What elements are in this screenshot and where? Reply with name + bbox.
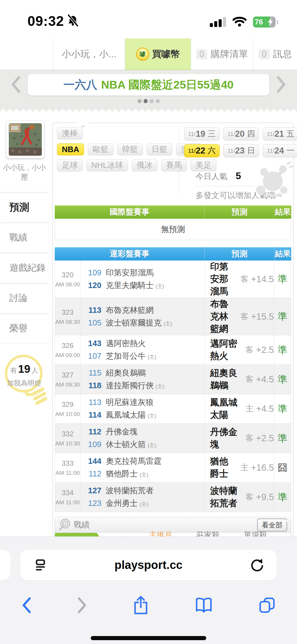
home-score: 105 — [86, 318, 101, 327]
nav-message-tab[interactable]: 0 訊息 — [253, 39, 297, 70]
prediction-cell: 丹佛金塊客+2.5 — [204, 424, 274, 453]
sport-tab-賽馬[interactable]: 賽馬 — [161, 159, 187, 171]
previous-tab-peek[interactable] — [0, 550, 10, 580]
game-row[interactable]: 334AM 11:00127波特蘭拓荒者123金州勇士(主)波特蘭拓荒者客+9.… — [55, 483, 291, 512]
home-line: 107芝加哥公牛(主) — [86, 351, 204, 362]
sport-tab-日籃[interactable]: 日籃 — [147, 143, 172, 155]
date-tab-11/22[interactable]: 11/22六 — [184, 144, 220, 157]
banner-author: 一六八 — [64, 77, 97, 92]
pick-side: 客 — [246, 492, 254, 503]
sport-tab-NBA[interactable]: NBA — [57, 143, 84, 155]
prediction-cell: 印第安那溜馬客+14.5 — [204, 261, 274, 298]
date-number: 21 — [274, 129, 284, 139]
sport-tab-韓籃[interactable]: 韓籃 — [117, 143, 143, 155]
away-line: 143邁阿密熱火 — [86, 338, 204, 349]
away-score: 113 — [86, 398, 101, 407]
carousel-next-icon[interactable] — [276, 75, 287, 95]
avatar[interactable] — [6, 120, 45, 158]
date-weekday: 三 — [208, 128, 216, 139]
sidebar-item-榮譽[interactable]: 榮譽 — [0, 313, 49, 343]
carousel-dots[interactable] — [0, 99, 297, 103]
game-row[interactable]: 323AM 08:30113布魯克林籃網105波士頓塞爾提克(主)布魯克林籃網客… — [55, 298, 291, 335]
sport-tab-美足[interactable]: 美足 — [191, 159, 216, 171]
popularity-widget: 今日人氣 5 多發文可以增加人氣哦～ — [196, 170, 290, 201]
pick-team: 波特蘭拓荒者 — [210, 485, 242, 509]
carousel-dot-4[interactable] — [156, 99, 160, 103]
date-tab-11/21[interactable]: 11/21五 — [263, 127, 297, 141]
game-row[interactable]: 326AM 09:00143邁阿密熱火107芝加哥公牛(主)邁阿密熱火客+2.5… — [55, 335, 291, 365]
promo-carousel: 一六八 NBA 國際盤近25日55過40 — [0, 71, 297, 112]
lottery-table-header: 運彩盤賽事 預測 結果 — [55, 247, 291, 261]
promo-banner[interactable]: 一六八 NBA 國際盤近25日55過40 — [28, 74, 270, 96]
reload-icon[interactable] — [250, 558, 265, 574]
home-score: 114 — [86, 410, 101, 420]
home-team: 鳳凰城太陽 — [106, 410, 146, 421]
pick-line: +9.5 — [256, 492, 274, 502]
game-row[interactable]: 327AM 09:30115紐奧良鵜鶘118達拉斯獨行俠(主)紐奧良鵜鶘客+4.… — [55, 365, 291, 394]
intl-table-header: 國際盤賽事 預測 結果 — [55, 205, 291, 219]
game-meta: 334AM 11:00 — [55, 483, 81, 512]
beacon-widget[interactable]: 有19人 加我為明燈 — [0, 351, 48, 409]
date-prefix: 11/ — [227, 147, 235, 154]
carousel-dot-1[interactable] — [138, 99, 142, 103]
home-marker: (主) — [156, 283, 164, 290]
home-line: 118達拉斯獨行俠(主) — [86, 380, 204, 391]
sidebar-item-遊戲紀錄[interactable]: 遊戲紀錄 — [0, 253, 49, 283]
date-tab-11/19[interactable]: 11/19三 — [184, 127, 220, 141]
game-meta: 332AM 10:30 — [55, 424, 81, 453]
home-line: 112猶他爵士(主) — [86, 468, 204, 479]
game-time: AM 08:00 — [55, 281, 80, 288]
home-score: 107 — [86, 352, 101, 361]
forward-icon[interactable] — [77, 597, 87, 615]
carousel-prev-icon[interactable] — [10, 75, 21, 95]
sport-tab-歐籃[interactable]: 歐籃 — [88, 143, 114, 155]
sport-tab-足球[interactable]: 足球 — [57, 159, 83, 171]
result-cell: 準 — [274, 335, 291, 365]
result-cell: 囧 — [274, 453, 291, 482]
sport-tab-澳棒[interactable]: 澳棒 — [57, 127, 83, 139]
home-team: 芝加哥公牛 — [106, 351, 146, 362]
pick-side: 主 — [246, 403, 254, 414]
game-meta: 327AM 09:30 — [55, 365, 81, 394]
tabs-icon[interactable] — [258, 597, 276, 615]
carousel-dot-3[interactable] — [150, 99, 154, 103]
nav-profile-tab[interactable]: 小小玩，小... — [53, 39, 125, 70]
date-filter: 11/19三11/20四11/21五11/22六11/23日11/24一 — [184, 127, 297, 161]
pick-line: +2.5 — [256, 345, 274, 355]
away-line: 109印第安那溜馬 — [86, 267, 204, 278]
sidebar-item-戰績[interactable]: 戰績 — [0, 222, 49, 253]
pick-team: 布魯克林籃網 — [210, 298, 237, 335]
prediction-cell: 波特蘭拓荒者客+9.5 — [204, 483, 274, 512]
nav-buy-coin-tab[interactable]: 噱 買噱幣 — [125, 39, 191, 70]
home-line: 105波士頓塞爾提克(主) — [86, 317, 204, 328]
away-team: 明尼蘇達灰狼 — [106, 397, 154, 408]
bookmarks-icon[interactable] — [195, 597, 213, 615]
sport-tab-俄冰[interactable]: 俄冰 — [132, 159, 158, 171]
sidebar-item-討論[interactable]: 討論 — [0, 283, 49, 313]
share-icon[interactable] — [133, 595, 149, 616]
away-line: 112丹佛金塊 — [86, 426, 204, 437]
sport-tab-NHL冰球[interactable]: NHL冰球 — [86, 159, 128, 171]
date-tab-11/24[interactable]: 11/24一 — [263, 144, 297, 157]
profile-sidebar: 小小玩，小小壓 預測戰績遊戲紀錄討論榮譽 有19人 加我為明燈 — [0, 120, 49, 409]
pick-team: 紐奧良鵜鶘 — [210, 367, 242, 392]
date-tab-11/23[interactable]: 11/23日 — [223, 144, 259, 157]
game-row[interactable]: 320AM 08:00109印第安那溜馬120克里夫蘭騎士(主)印第安那溜馬客+… — [55, 261, 291, 298]
record-viewall-button[interactable]: 看全部 — [257, 519, 287, 531]
game-row[interactable]: 332AM 10:30112丹佛金塊109休士頓火箭(主)丹佛金塊客+2.5準 — [55, 424, 291, 453]
game-row[interactable]: 333AM 11:00144奧克拉荷馬雷霆112猶他爵士(主)猶他爵士主+16.… — [55, 453, 291, 483]
pick-line: +4.5 — [256, 404, 274, 414]
address-bar[interactable]: playsport.cc — [20, 550, 277, 580]
date-weekday: 六 — [208, 145, 216, 156]
home-indicator[interactable] — [91, 636, 206, 640]
home-line: 109休士頓火箭(主) — [86, 439, 204, 450]
back-icon[interactable] — [21, 597, 31, 615]
date-tab-11/20[interactable]: 11/20四 — [223, 127, 259, 141]
nav-cart-tab[interactable]: 0 購牌清單 — [191, 39, 253, 70]
sidebar-item-預測[interactable]: 預測 — [0, 192, 49, 222]
game-row[interactable]: 329AM 10:00113明尼蘇達灰狼114鳳凰城太陽(主)鳳凰城太陽主+4.… — [55, 394, 291, 424]
game-number: 333 — [62, 459, 73, 468]
carousel-dot-2[interactable] — [144, 99, 148, 103]
game-number: 327 — [62, 371, 73, 379]
browser-chrome: playsport.cc — [0, 536, 297, 644]
